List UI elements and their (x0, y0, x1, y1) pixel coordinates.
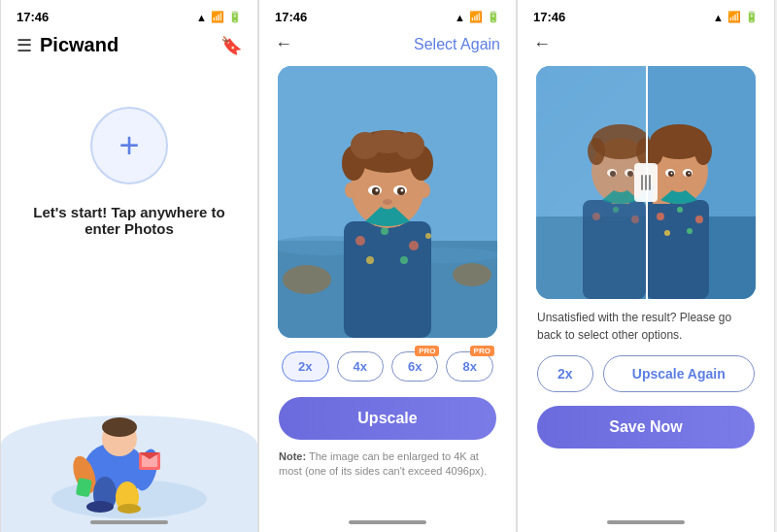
photo-display-2 (278, 66, 497, 338)
phone3-actions: 2x Upscale Again (518, 351, 774, 402)
pro-badge-8x: PRO (470, 346, 494, 356)
svg-point-11 (86, 501, 114, 513)
svg-point-71 (627, 171, 633, 177)
svg-point-76 (671, 173, 673, 175)
back-button-2[interactable]: ← (275, 34, 292, 54)
svg-point-41 (383, 199, 392, 205)
scale-8x-button[interactable]: 8x PRO (446, 351, 492, 382)
svg-point-40 (401, 189, 404, 192)
wifi-icon-2: ▲ (455, 12, 465, 23)
upscale-again-button[interactable]: Upscale Again (603, 355, 755, 392)
note-text: Note: The image can be enlarged to 4K at… (259, 446, 516, 483)
svg-rect-52 (646, 200, 709, 299)
scale-4x-button[interactable]: 4x (337, 351, 384, 382)
signal-icon-3: 📶 (727, 11, 741, 23)
status-icons-3: ▲ 📶 🔋 (713, 11, 759, 23)
svg-point-25 (400, 256, 408, 264)
svg-point-19 (453, 263, 491, 286)
phone2-header: ← Select Again (259, 30, 516, 66)
svg-point-34 (368, 130, 407, 153)
phone-1: 17:46 ▲ 📶 🔋 ☰ Picwand 🔖 + Let's start! T… (0, 0, 258, 532)
save-now-button[interactable]: Save Now (537, 406, 755, 449)
menu-icon[interactable]: ☰ (17, 35, 32, 56)
home-indicator-2 (349, 520, 426, 524)
tagline: Let's start! Tap anywhere to enter Photo… (20, 204, 238, 237)
app-name: Picwand (40, 34, 118, 56)
signal-icon-2: 📶 (469, 11, 483, 23)
time-2: 17:46 (275, 10, 307, 24)
scale-2x-button-3[interactable]: 2x (537, 355, 593, 392)
back-button-3[interactable]: ← (533, 34, 551, 54)
svg-rect-48 (583, 200, 646, 299)
battery-icon-2: 🔋 (487, 11, 500, 23)
status-bar-1: 17:46 ▲ 📶 🔋 (1, 0, 257, 30)
status-icons-1: ▲ 📶 🔋 (196, 11, 242, 23)
svg-point-50 (613, 207, 619, 213)
time-3: 17:46 (533, 10, 565, 24)
svg-point-24 (366, 256, 374, 264)
svg-point-43 (419, 183, 430, 198)
phone-3: 17:46 ▲ 📶 🔋 ← (517, 0, 775, 532)
comparison-handle[interactable] (634, 163, 658, 202)
svg-point-3 (102, 417, 137, 437)
status-bar-3: 17:46 ▲ 📶 🔋 (518, 0, 774, 30)
battery-icon: 🔋 (228, 11, 242, 23)
svg-point-53 (657, 213, 664, 220)
character-illustration (42, 373, 217, 522)
svg-point-55 (695, 216, 703, 223)
wifi-icon: ▲ (196, 12, 207, 23)
app-title: ☰ Picwand (17, 34, 118, 56)
add-photo-button[interactable]: + (90, 107, 168, 184)
plus-icon: + (118, 128, 139, 163)
svg-point-39 (376, 189, 379, 192)
svg-point-56 (664, 230, 670, 236)
home-indicator-3 (607, 520, 685, 524)
illustration (1, 357, 257, 532)
svg-point-18 (283, 265, 331, 294)
wifi-icon-3: ▲ (713, 12, 724, 23)
svg-point-49 (592, 213, 600, 220)
note-prefix: Note: (279, 450, 306, 462)
svg-point-57 (687, 228, 693, 234)
select-again-button[interactable]: Select Again (414, 36, 500, 53)
pro-badge-6x: PRO (415, 346, 439, 356)
scale-2x-button[interactable]: 2x (282, 351, 328, 382)
battery-icon-3: 🔋 (745, 11, 759, 23)
svg-point-26 (425, 233, 431, 239)
unsatisfied-text: Unsatisfied with the result? Please go b… (518, 299, 774, 351)
phone-2: 17:46 ▲ 📶 🔋 ← Select Again (258, 0, 517, 532)
svg-point-22 (381, 227, 388, 235)
phone3-header: ← (518, 30, 774, 66)
upscale-button[interactable]: Upscale (279, 397, 496, 440)
svg-point-23 (409, 241, 419, 250)
note-content: The image can be enlarged to 4K at most … (279, 450, 487, 477)
svg-point-70 (610, 171, 616, 177)
svg-point-42 (345, 183, 356, 198)
svg-point-21 (355, 236, 365, 246)
svg-point-12 (118, 504, 141, 514)
home-indicator-1 (90, 520, 168, 524)
status-bar-2: 17:46 ▲ 📶 🔋 (259, 0, 516, 30)
svg-point-51 (631, 216, 639, 223)
signal-icon: 📶 (211, 11, 224, 23)
svg-point-63 (588, 138, 605, 165)
svg-point-67 (694, 138, 712, 165)
svg-point-77 (689, 173, 691, 175)
svg-point-54 (677, 207, 683, 213)
status-icons-2: ▲ 📶 🔋 (455, 11, 500, 23)
phone1-content: + Let's start! Tap anywhere to enter Pho… (1, 68, 257, 256)
scale-options: 2x 4x 6x PRO 8x PRO (259, 338, 516, 391)
comparison-photo (536, 66, 756, 299)
scale-6x-button[interactable]: 6x PRO (391, 351, 438, 382)
bookmark-icon[interactable]: 🔖 (220, 35, 242, 56)
svg-point-66 (646, 138, 663, 165)
phone1-header: ☰ Picwand 🔖 (1, 30, 257, 68)
time-1: 17:46 (17, 10, 49, 24)
